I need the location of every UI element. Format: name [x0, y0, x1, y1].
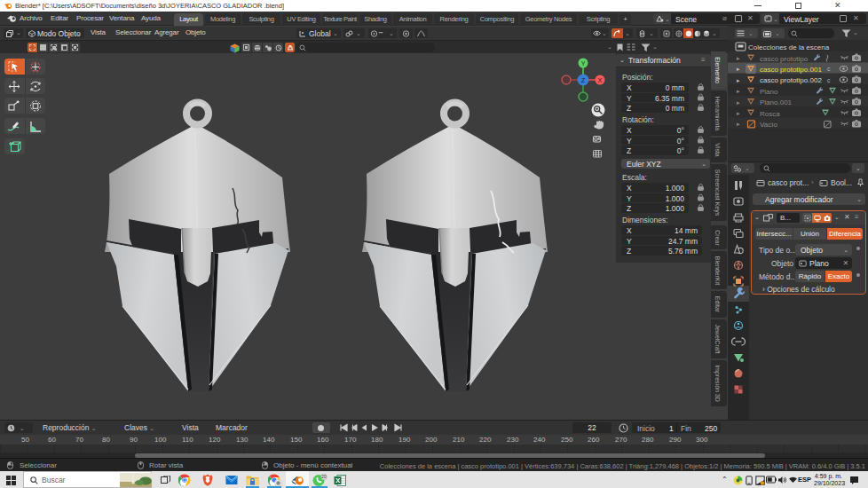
svg-text:c: c — [827, 66, 831, 72]
svg-text:casco prototipo: casco prototipo — [760, 55, 809, 63]
svg-text:▸: ▸ — [737, 55, 740, 61]
svg-text:Vacío: Vacío — [760, 121, 777, 129]
svg-text:c: c — [827, 77, 831, 83]
svg-text:casco prototipo.001: casco prototipo.001 — [760, 66, 822, 74]
svg-text:▸: ▸ — [737, 121, 740, 127]
svg-text:Rosca: Rosca — [760, 110, 780, 118]
svg-text:X: X — [598, 77, 603, 83]
svg-text:casco prototipo.002: casco prototipo.002 — [760, 76, 822, 84]
svg-text:Plano: Plano — [760, 88, 778, 96]
svg-text:▸: ▸ — [737, 88, 740, 94]
svg-text:▸: ▸ — [737, 110, 740, 116]
svg-text:Y: Y — [581, 60, 586, 67]
svg-text:Plano.001: Plano.001 — [760, 98, 793, 106]
svg-text:▸: ▸ — [737, 66, 740, 72]
svg-text:Colecciones de la escena: Colecciones de la escena — [748, 43, 830, 51]
svg-text:Z: Z — [581, 76, 586, 84]
svg-text:▸: ▸ — [737, 99, 740, 106]
svg-text:▸: ▸ — [737, 77, 740, 83]
svg-text:20: 20 — [321, 475, 327, 479]
